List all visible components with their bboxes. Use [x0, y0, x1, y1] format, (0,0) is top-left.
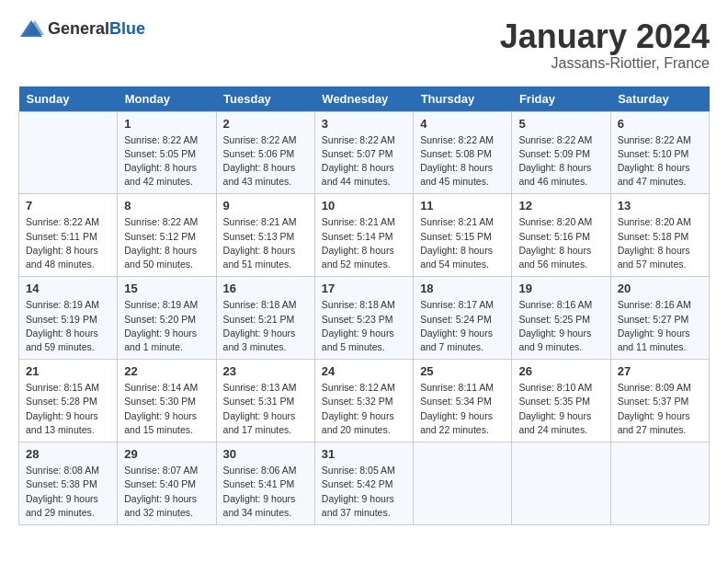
day-info: Sunrise: 8:20 AMSunset: 5:16 PMDaylight:… — [518, 215, 603, 271]
day-info: Sunrise: 8:10 AMSunset: 5:35 PMDaylight:… — [518, 381, 603, 437]
day-info: Sunrise: 8:22 AMSunset: 5:12 PMDaylight:… — [124, 215, 209, 271]
day-info: Sunrise: 8:21 AMSunset: 5:14 PMDaylight:… — [322, 215, 406, 271]
logo-general-text: General — [48, 19, 109, 38]
calendar-cell — [414, 442, 512, 525]
calendar-cell: 12Sunrise: 8:20 AMSunset: 5:16 PMDayligh… — [512, 194, 610, 277]
weekday-header-sunday: Sunday — [19, 86, 118, 112]
day-info: Sunrise: 8:22 AMSunset: 5:05 PMDaylight:… — [124, 133, 209, 190]
day-info: Sunrise: 8:05 AMSunset: 5:42 PMDaylight:… — [322, 464, 406, 520]
day-number: 19 — [518, 282, 603, 295]
calendar-cell: 22Sunrise: 8:14 AMSunset: 5:30 PMDayligh… — [118, 360, 216, 442]
calendar-cell — [19, 111, 118, 194]
day-number: 6 — [618, 117, 702, 131]
day-info: Sunrise: 8:17 AMSunset: 5:24 PMDaylight:… — [420, 298, 505, 354]
calendar-cell: 16Sunrise: 8:18 AMSunset: 5:21 PMDayligh… — [216, 277, 314, 360]
calendar-cell: 13Sunrise: 8:20 AMSunset: 5:18 PMDayligh… — [610, 194, 709, 277]
day-info: Sunrise: 8:06 AMSunset: 5:41 PMDaylight:… — [223, 464, 308, 520]
calendar-week-row: 14Sunrise: 8:19 AMSunset: 5:19 PMDayligh… — [19, 277, 710, 360]
weekday-header-friday: Friday — [512, 86, 610, 112]
weekday-header-tuesday: Tuesday — [216, 86, 314, 112]
day-number: 12 — [518, 199, 603, 213]
calendar-cell: 8Sunrise: 8:22 AMSunset: 5:12 PMDaylight… — [118, 194, 216, 277]
day-number: 18 — [420, 282, 505, 295]
day-info: Sunrise: 8:08 AMSunset: 5:38 PMDaylight:… — [26, 464, 110, 520]
day-info: Sunrise: 8:22 AMSunset: 5:10 PMDaylight:… — [618, 133, 702, 190]
day-number: 2 — [223, 117, 308, 131]
calendar-cell: 23Sunrise: 8:13 AMSunset: 5:31 PMDayligh… — [216, 360, 314, 442]
weekday-header-row: SundayMondayTuesdayWednesdayThursdayFrid… — [19, 86, 710, 112]
day-info: Sunrise: 8:13 AMSunset: 5:31 PMDaylight:… — [223, 381, 308, 437]
day-number: 14 — [26, 282, 110, 295]
calendar-cell: 30Sunrise: 8:06 AMSunset: 5:41 PMDayligh… — [216, 442, 314, 525]
calendar-cell: 19Sunrise: 8:16 AMSunset: 5:25 PMDayligh… — [512, 277, 610, 360]
day-number: 26 — [518, 364, 603, 378]
day-number: 15 — [124, 282, 209, 295]
calendar-cell: 2Sunrise: 8:22 AMSunset: 5:06 PMDaylight… — [216, 111, 314, 194]
calendar-cell: 26Sunrise: 8:10 AMSunset: 5:35 PMDayligh… — [512, 360, 610, 442]
calendar-cell — [512, 442, 610, 525]
calendar-week-row: 21Sunrise: 8:15 AMSunset: 5:28 PMDayligh… — [19, 360, 710, 442]
day-number: 22 — [124, 364, 209, 378]
calendar-week-row: 1Sunrise: 8:22 AMSunset: 5:05 PMDaylight… — [19, 111, 710, 194]
generalblue-icon — [18, 18, 44, 39]
day-info: Sunrise: 8:18 AMSunset: 5:21 PMDaylight:… — [223, 298, 308, 354]
day-number: 7 — [26, 199, 110, 213]
calendar-cell: 27Sunrise: 8:09 AMSunset: 5:37 PMDayligh… — [610, 360, 709, 442]
calendar-week-row: 7Sunrise: 8:22 AMSunset: 5:11 PMDaylight… — [19, 194, 710, 277]
day-number: 30 — [223, 447, 308, 461]
day-number: 25 — [420, 364, 505, 378]
calendar-cell: 4Sunrise: 8:22 AMSunset: 5:08 PMDaylight… — [414, 111, 512, 194]
day-number: 28 — [26, 447, 110, 461]
day-info: Sunrise: 8:20 AMSunset: 5:18 PMDaylight:… — [618, 215, 702, 271]
calendar-cell: 31Sunrise: 8:05 AMSunset: 5:42 PMDayligh… — [314, 442, 413, 525]
calendar-cell: 21Sunrise: 8:15 AMSunset: 5:28 PMDayligh… — [19, 360, 118, 442]
calendar-subtitle: Jassans-Riottier, France — [500, 55, 710, 72]
day-info: Sunrise: 8:22 AMSunset: 5:11 PMDaylight:… — [26, 215, 110, 271]
day-info: Sunrise: 8:09 AMSunset: 5:37 PMDaylight:… — [618, 381, 702, 437]
day-info: Sunrise: 8:22 AMSunset: 5:06 PMDaylight:… — [223, 133, 308, 190]
day-number: 27 — [618, 364, 702, 378]
day-number: 16 — [223, 282, 308, 295]
day-number: 9 — [223, 199, 308, 213]
day-info: Sunrise: 8:22 AMSunset: 5:08 PMDaylight:… — [420, 133, 505, 190]
calendar-title: January 2024 — [500, 18, 710, 55]
day-info: Sunrise: 8:19 AMSunset: 5:20 PMDaylight:… — [124, 298, 209, 354]
day-number: 21 — [26, 364, 110, 378]
day-number: 24 — [322, 364, 406, 378]
calendar-cell — [610, 442, 709, 525]
calendar-cell: 24Sunrise: 8:12 AMSunset: 5:32 PMDayligh… — [314, 360, 413, 442]
calendar-week-row: 28Sunrise: 8:08 AMSunset: 5:38 PMDayligh… — [19, 442, 710, 525]
day-info: Sunrise: 8:16 AMSunset: 5:25 PMDaylight:… — [518, 298, 603, 354]
weekday-header-monday: Monday — [118, 86, 216, 112]
weekday-header-thursday: Thursday — [414, 86, 512, 112]
logo-blue-text: Blue — [109, 19, 145, 38]
calendar-cell: 29Sunrise: 8:07 AMSunset: 5:40 PMDayligh… — [118, 442, 216, 525]
calendar-body: 1Sunrise: 8:22 AMSunset: 5:05 PMDaylight… — [19, 111, 710, 524]
header: GeneralBlue January 2024 Jassans-Riottie… — [18, 18, 710, 72]
day-info: Sunrise: 8:15 AMSunset: 5:28 PMDaylight:… — [26, 381, 110, 437]
day-info: Sunrise: 8:18 AMSunset: 5:23 PMDaylight:… — [322, 298, 406, 354]
day-number: 1 — [124, 117, 209, 131]
calendar-cell: 17Sunrise: 8:18 AMSunset: 5:23 PMDayligh… — [314, 277, 413, 360]
calendar-table: SundayMondayTuesdayWednesdayThursdayFrid… — [18, 86, 710, 525]
weekday-header-saturday: Saturday — [610, 86, 709, 112]
day-number: 10 — [322, 199, 406, 213]
weekday-header-wednesday: Wednesday — [314, 86, 413, 112]
day-info: Sunrise: 8:22 AMSunset: 5:07 PMDaylight:… — [322, 133, 406, 190]
day-info: Sunrise: 8:14 AMSunset: 5:30 PMDaylight:… — [124, 381, 209, 437]
calendar-cell: 14Sunrise: 8:19 AMSunset: 5:19 PMDayligh… — [19, 277, 118, 360]
calendar-cell: 3Sunrise: 8:22 AMSunset: 5:07 PMDaylight… — [314, 111, 413, 194]
day-info: Sunrise: 8:21 AMSunset: 5:13 PMDaylight:… — [223, 215, 308, 271]
day-info: Sunrise: 8:11 AMSunset: 5:34 PMDaylight:… — [420, 381, 505, 437]
calendar-cell: 1Sunrise: 8:22 AMSunset: 5:05 PMDaylight… — [118, 111, 216, 194]
calendar-cell: 11Sunrise: 8:21 AMSunset: 5:15 PMDayligh… — [414, 194, 512, 277]
day-number: 13 — [618, 199, 702, 213]
calendar-cell: 15Sunrise: 8:19 AMSunset: 5:20 PMDayligh… — [118, 277, 216, 360]
calendar-cell: 10Sunrise: 8:21 AMSunset: 5:14 PMDayligh… — [314, 194, 413, 277]
calendar-cell: 9Sunrise: 8:21 AMSunset: 5:13 PMDaylight… — [216, 194, 314, 277]
day-number: 4 — [420, 117, 505, 131]
day-info: Sunrise: 8:12 AMSunset: 5:32 PMDaylight:… — [322, 381, 406, 437]
day-number: 31 — [322, 447, 406, 461]
logo: GeneralBlue — [18, 18, 145, 39]
calendar-cell: 18Sunrise: 8:17 AMSunset: 5:24 PMDayligh… — [414, 277, 512, 360]
